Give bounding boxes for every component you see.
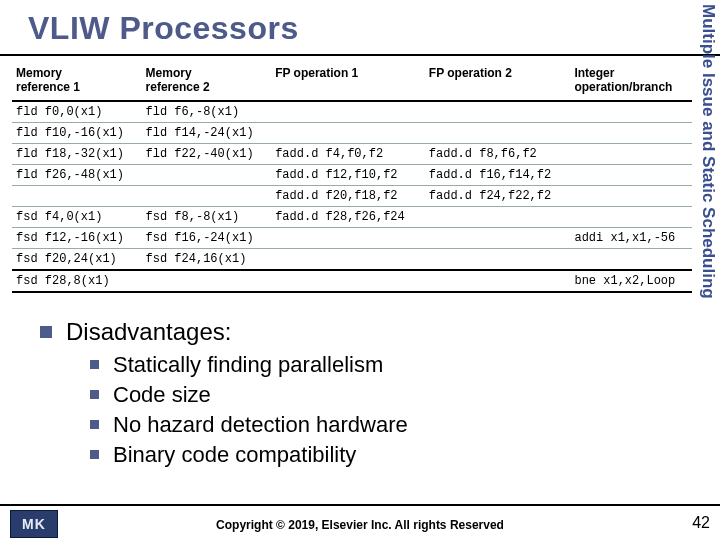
cell: fadd.d f20,f18,f2: [271, 186, 425, 207]
cell: bne x1,x2,Loop: [570, 270, 692, 292]
bullet-text: Statically finding parallelism: [113, 352, 383, 378]
bullet-lvl2: Code size: [90, 382, 640, 408]
bullet-text: Binary code compatibility: [113, 442, 356, 468]
cell: fsd f28,8(x1): [12, 270, 142, 292]
table-row: fadd.d f20,f18,f2 fadd.d f24,f22,f2: [12, 186, 692, 207]
cell: [425, 101, 571, 123]
cell: [570, 186, 692, 207]
cell: fld f10,-16(x1): [12, 123, 142, 144]
sub-bullets: Statically finding parallelism Code size…: [90, 352, 640, 468]
cell: fadd.d f24,f22,f2: [425, 186, 571, 207]
page-number: 42: [692, 514, 710, 532]
col-header: Integer operation/branch: [570, 62, 692, 101]
cell: [271, 123, 425, 144]
square-bullet-icon: [40, 326, 52, 338]
square-bullet-icon: [90, 420, 99, 429]
cell: addi x1,x1,-56: [570, 228, 692, 249]
table-row: fsd f4,0(x1) fsd f8,-8(x1) fadd.d f28,f2…: [12, 207, 692, 228]
cell: fld f22,-40(x1): [142, 144, 272, 165]
cell: fadd.d f8,f6,f2: [425, 144, 571, 165]
cell: fld f26,-48(x1): [12, 165, 142, 186]
cell: [271, 228, 425, 249]
table-row: fsd f28,8(x1) bne x1,x2,Loop: [12, 270, 692, 292]
cell: [271, 101, 425, 123]
cell: fsd f4,0(x1): [12, 207, 142, 228]
cell: [425, 270, 571, 292]
title-bar: VLIW Processors: [0, 0, 720, 56]
table-row: fld f0,0(x1) fld f6,-8(x1): [12, 101, 692, 123]
cell: [570, 165, 692, 186]
cell: [271, 270, 425, 292]
cell: fsd f20,24(x1): [12, 249, 142, 271]
table-row: fld f18,-32(x1) fld f22,-40(x1) fadd.d f…: [12, 144, 692, 165]
square-bullet-icon: [90, 360, 99, 369]
cell: [425, 249, 571, 271]
table-row: fld f26,-48(x1) fadd.d f12,f10,f2 fadd.d…: [12, 165, 692, 186]
cell: fadd.d f12,f10,f2: [271, 165, 425, 186]
cell: fld f18,-32(x1): [12, 144, 142, 165]
cell: [12, 186, 142, 207]
col-header: Memory reference 1: [12, 62, 142, 101]
cell: fadd.d f4,f0,f2: [271, 144, 425, 165]
cell: [570, 207, 692, 228]
col-header: FP operation 1: [271, 62, 425, 101]
cell: fsd f24,16(x1): [142, 249, 272, 271]
cell: fsd f12,-16(x1): [12, 228, 142, 249]
cell: [570, 123, 692, 144]
square-bullet-icon: [90, 390, 99, 399]
table-header-row: Memory reference 1 Memory reference 2 FP…: [12, 62, 692, 101]
cell: [570, 101, 692, 123]
cell: [570, 249, 692, 271]
vliw-schedule-table: Memory reference 1 Memory reference 2 FP…: [12, 62, 692, 293]
col-header: FP operation 2: [425, 62, 571, 101]
table-row: fld f10,-16(x1) fld f14,-24(x1): [12, 123, 692, 144]
table-body: fld f0,0(x1) fld f6,-8(x1) fld f10,-16(x…: [12, 101, 692, 292]
square-bullet-icon: [90, 450, 99, 459]
cell: fsd f8,-8(x1): [142, 207, 272, 228]
cell: [142, 270, 272, 292]
cell: fsd f16,-24(x1): [142, 228, 272, 249]
section-side-label: Multiple Issue and Static Scheduling: [690, 4, 718, 304]
cell: [570, 144, 692, 165]
copyright-text: Copyright © 2019, Elsevier Inc. All righ…: [0, 518, 720, 532]
bullet-lvl2: Binary code compatibility: [90, 442, 640, 468]
cell: fadd.d f16,f14,f2: [425, 165, 571, 186]
cell: [142, 165, 272, 186]
cell: [425, 228, 571, 249]
bullet-text: No hazard detection hardware: [113, 412, 408, 438]
cell: [271, 249, 425, 271]
vliw-schedule-table-wrap: Memory reference 1 Memory reference 2 FP…: [12, 62, 692, 293]
footer: MK Copyright © 2019, Elsevier Inc. All r…: [0, 504, 720, 540]
table-row: fsd f12,-16(x1) fsd f16,-24(x1) addi x1,…: [12, 228, 692, 249]
cell: [425, 123, 571, 144]
body-content: Disadvantages: Statically finding parall…: [40, 318, 640, 472]
cell: [142, 186, 272, 207]
cell: fadd.d f28,f26,f24: [271, 207, 425, 228]
cell: fld f14,-24(x1): [142, 123, 272, 144]
bullet-lvl2: No hazard detection hardware: [90, 412, 640, 438]
bullet-text: Code size: [113, 382, 211, 408]
table-head: Memory reference 1 Memory reference 2 FP…: [12, 62, 692, 101]
page-title: VLIW Processors: [0, 0, 720, 47]
col-header: Memory reference 2: [142, 62, 272, 101]
slide: VLIW Processors Multiple Issue and Stati…: [0, 0, 720, 540]
cell: fld f6,-8(x1): [142, 101, 272, 123]
cell: fld f0,0(x1): [12, 101, 142, 123]
bullet-heading: Disadvantages:: [66, 318, 231, 346]
bullet-lvl1: Disadvantages:: [40, 318, 640, 346]
cell: [425, 207, 571, 228]
bullet-lvl2: Statically finding parallelism: [90, 352, 640, 378]
table-row: fsd f20,24(x1) fsd f24,16(x1): [12, 249, 692, 271]
